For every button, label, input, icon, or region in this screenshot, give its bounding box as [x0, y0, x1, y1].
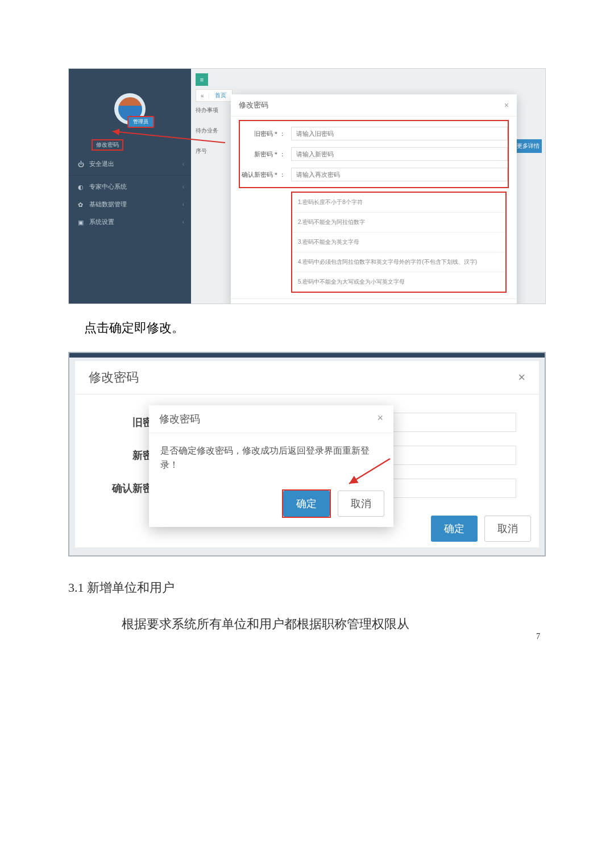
confirm-title: 修改密码	[159, 412, 200, 426]
change-password-modal: 修改密码 × 旧密码＊： 新密码＊： 确认新密码	[231, 94, 517, 304]
sidebar-change-password[interactable]: 修改密码	[69, 135, 191, 155]
check-icon: ✿	[78, 201, 85, 208]
admin-badge: 管理员	[127, 116, 154, 128]
sidebar-sys-setting[interactable]: ▣ 系统设置 ‹	[69, 213, 191, 231]
modal-title: 修改密码	[239, 100, 268, 110]
close-icon[interactable]: ×	[518, 370, 525, 385]
close-icon[interactable]: ×	[504, 101, 509, 110]
seq-header: 序号	[196, 145, 218, 157]
confirm-password-label: 确认新密码＊：	[240, 171, 285, 179]
page-number: 7	[536, 632, 540, 641]
change-password-box[interactable]: 修改密码	[92, 139, 123, 151]
label: 安全退出	[89, 160, 114, 168]
old-password-label: 旧密码＊：	[240, 130, 285, 138]
outer-modal: 修改密码 × 旧密码 新密码 确认新密码 确定 取消	[75, 361, 539, 547]
sidebar-base-data[interactable]: ✿ 基础数据管理 ‹	[69, 196, 191, 213]
main-area: ≡ « 首页 待办事项 待办业务 序号 更多详情 修改密码 × 旧	[191, 69, 545, 304]
password-rules: 1.密码长度不小于8个字符 2.密码不能全为阿拉伯数字 3.密码不能全为英文字母…	[291, 192, 507, 293]
confirm-ok-button[interactable]: 确定	[283, 491, 330, 517]
hamburger-button[interactable]: ≡	[196, 73, 208, 86]
outer-modal-title: 修改密码	[89, 369, 139, 386]
todo-event: 待办事项	[196, 104, 218, 117]
input-highlight-frame: 旧密码＊： 新密码＊： 确认新密码＊：	[239, 120, 509, 188]
breadcrumb: « 首页	[196, 89, 233, 102]
caption-1: 点击确定即修改。	[84, 317, 546, 339]
confirm-password-input[interactable]	[291, 168, 508, 181]
crumb-back[interactable]: «	[196, 93, 209, 99]
outer-ok-button[interactable]: 确定	[431, 516, 478, 542]
confirm-password-row: 确认新密码＊：	[240, 164, 508, 185]
chevron-left-icon: ‹	[182, 161, 184, 167]
label: 系统设置	[89, 218, 114, 226]
globe-icon: ◐	[78, 184, 85, 190]
rule-5: 5.密码中不能全为大写或全为小写英文字母	[292, 272, 505, 292]
screenshot-confirm-dialog: 修改密码 × 旧密码 新密码 确认新密码 确定 取消	[68, 352, 546, 556]
new-password-input[interactable]	[291, 147, 508, 161]
todo-biz: 待办业务	[196, 124, 218, 137]
rule-1: 1.密码长度不小于8个字符	[292, 193, 505, 213]
old-password-input[interactable]	[291, 127, 508, 140]
outer-cancel-button[interactable]: 取消	[484, 516, 531, 542]
new-password-label: 新密码＊：	[240, 150, 285, 159]
screenshot-change-password: 管理员 修改密码 ⏻ 安全退出 ‹ ◐ 专家中心系统 ‹ ✿ 基础数据管理 ‹	[68, 68, 546, 304]
confirm-cancel-button[interactable]: 取消	[338, 491, 384, 517]
rule-4: 4.密码中必须包含阿拉伯数字和英文字母外的字符(不包含下划线、汉字)	[292, 252, 505, 272]
crumb-home[interactable]: 首页	[209, 92, 232, 99]
close-icon[interactable]: ×	[377, 412, 383, 426]
label: 专家中心系统	[89, 182, 127, 191]
section-paragraph: 根据要求系统所有单位和用户都根据职称管理权限从	[97, 612, 540, 636]
chevron-left-icon: ‹	[182, 201, 184, 207]
mini-column: 待办事项 待办业务 序号	[196, 104, 218, 157]
user-icon: ▣	[78, 219, 85, 226]
label: 基础数据管理	[89, 200, 127, 209]
section-heading: 3.1 新增单位和用户	[68, 579, 546, 596]
confirm-dialog: 修改密码 × 是否确定修改密码，修改成功后返回登录界面重新登录！ 确定 取消	[149, 405, 393, 527]
rule-3: 3.密码不能全为英文字母	[292, 232, 505, 252]
sidebar-expert-center[interactable]: ◐ 专家中心系统 ‹	[69, 178, 191, 196]
sidebar-safe-exit[interactable]: ⏻ 安全退出 ‹	[69, 155, 191, 173]
sidebar: 管理员 修改密码 ⏻ 安全退出 ‹ ◐ 专家中心系统 ‹ ✿ 基础数据管理 ‹	[69, 69, 191, 304]
confirm-body: 是否确定修改密码，修改成功后返回登录界面重新登录！	[149, 433, 393, 483]
more-detail-button[interactable]: 更多详情	[515, 139, 542, 153]
old-password-row: 旧密码＊：	[240, 123, 508, 144]
ok-highlight-frame: 确定	[282, 489, 331, 518]
power-icon: ⏻	[78, 161, 85, 168]
chevron-left-icon: ‹	[182, 219, 184, 225]
rule-2: 2.密码不能全为阿拉伯数字	[292, 213, 505, 232]
new-password-row: 新密码＊：	[240, 144, 508, 164]
avatar-wrap: 管理员	[69, 69, 191, 124]
chevron-left-icon: ‹	[182, 184, 184, 190]
